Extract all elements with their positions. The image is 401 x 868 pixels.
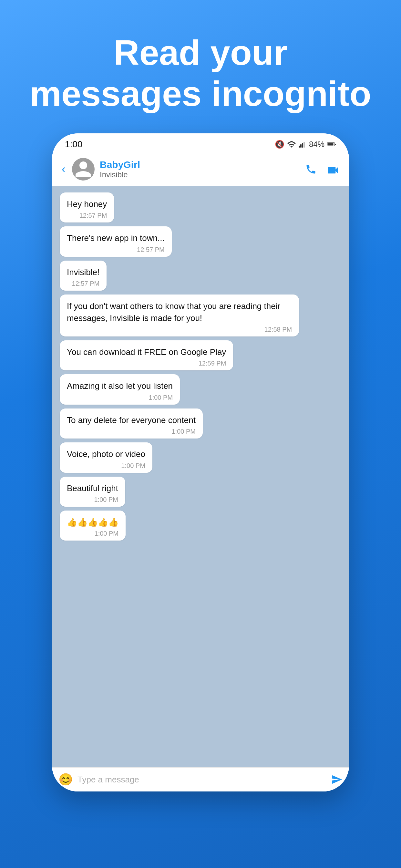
back-button[interactable]: ‹ [62, 162, 66, 176]
contact-info: BabyGirl Invisible [100, 159, 300, 179]
header-actions [305, 163, 339, 175]
message-time: 12:57 PM [67, 212, 107, 219]
emoji-button[interactable]: 😊 [58, 773, 73, 786]
svg-rect-1 [300, 144, 302, 148]
phone-frame: 1:00 🔇 84% ‹ BabyGirl [52, 133, 349, 792]
header-line2: messages incognito [30, 73, 371, 113]
phone-call-icon[interactable] [305, 163, 317, 175]
contact-status: Invisible [100, 170, 300, 179]
status-time: 1:00 [65, 139, 83, 150]
svg-rect-0 [299, 146, 300, 148]
message-bubble: Beautiful right1:00 PM [60, 476, 125, 507]
message-text: Hey honey [67, 198, 107, 210]
message-time: 1:00 PM [67, 530, 119, 537]
mute-icon: 🔇 [275, 140, 284, 149]
message-bubble: Voice, photo or video1:00 PM [60, 442, 152, 472]
message-bubble: There's new app in town...12:57 PM [60, 226, 172, 256]
message-time: 1:00 PM [67, 462, 145, 469]
message-text: Voice, photo or video [67, 448, 145, 460]
message-time: 1:00 PM [67, 394, 173, 401]
wifi-icon [287, 141, 296, 148]
message-time: 1:00 PM [67, 428, 196, 435]
message-text: 👍👍👍👍👍 [67, 516, 119, 528]
message-text: Invisible! [67, 267, 99, 278]
svg-rect-5 [328, 144, 334, 146]
chat-header: ‹ BabyGirl Invisible [52, 153, 349, 186]
message-bubble: Invisible!12:57 PM [60, 260, 106, 290]
message-text: To any delete for everyone content [67, 414, 196, 426]
message-text: If you don't want others to know that yo… [67, 300, 292, 324]
message-time: 12:59 PM [67, 360, 226, 367]
message-bubble: 👍👍👍👍👍1:00 PM [60, 510, 126, 540]
promo-header: Read your messages incognito [30, 32, 371, 114]
contact-name: BabyGirl [100, 159, 300, 170]
signal-icon [299, 141, 306, 148]
message-input[interactable]: Type a message [78, 775, 327, 785]
svg-rect-6 [335, 144, 336, 145]
message-text: You can download it FREE on Google Play [67, 346, 226, 358]
status-icons: 🔇 84% [275, 140, 336, 149]
svg-rect-2 [302, 143, 303, 148]
header-line1: Read your [114, 33, 287, 72]
message-bubble: You can download it FREE on Google Play1… [60, 340, 233, 370]
message-text: Amazing it also let you listen [67, 380, 173, 392]
status-bar: 1:00 🔇 84% [52, 133, 349, 153]
video-call-icon[interactable] [327, 163, 339, 175]
message-bubble: Amazing it also let you listen1:00 PM [60, 374, 180, 404]
message-time: 1:00 PM [67, 496, 118, 503]
svg-rect-3 [304, 142, 305, 148]
message-bubble: To any delete for everyone content1:00 P… [60, 408, 203, 438]
message-time: 12:57 PM [67, 280, 99, 287]
message-text: There's new app in town... [67, 232, 165, 244]
send-button[interactable] [331, 774, 343, 785]
input-area: 😊 Type a message [52, 767, 349, 792]
message-bubble: Hey honey12:57 PM [60, 192, 114, 222]
message-time: 12:58 PM [67, 326, 292, 333]
message-time: 12:57 PM [67, 246, 165, 253]
battery-icon [327, 142, 336, 147]
battery-percent: 84% [309, 140, 325, 149]
contact-avatar [72, 158, 95, 181]
message-bubble: If you don't want others to know that yo… [60, 294, 299, 337]
message-text: Beautiful right [67, 483, 118, 494]
messages-area: Hey honey12:57 PMThere's new app in town… [52, 186, 349, 767]
